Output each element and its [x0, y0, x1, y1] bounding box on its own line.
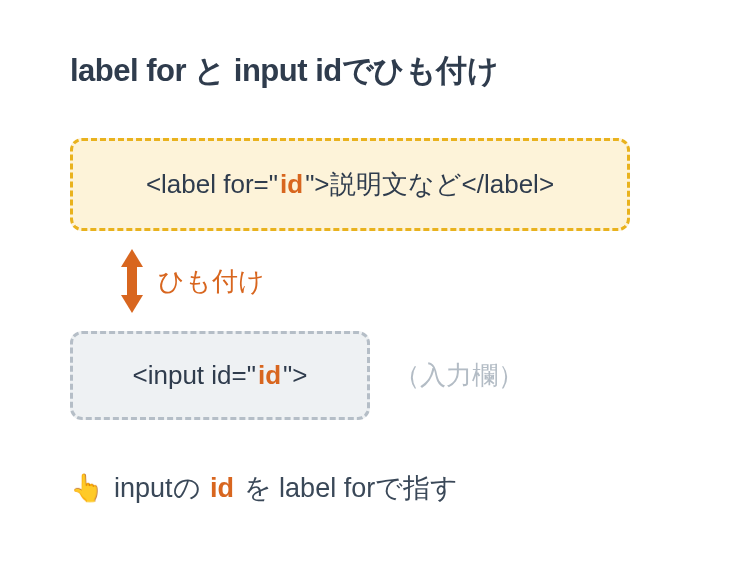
- footer-id-highlight: id: [210, 473, 234, 503]
- footer-caption: 👆 inputの id を label forで指す: [70, 470, 661, 506]
- input-id-highlight: id: [258, 360, 281, 391]
- double-arrow-icon: [120, 249, 144, 313]
- svg-marker-2: [121, 295, 143, 313]
- link-label: ひも付け: [158, 264, 265, 299]
- label-id-highlight: id: [280, 169, 303, 200]
- label-open-tag-prefix: <label for=": [146, 169, 278, 200]
- svg-marker-0: [121, 249, 143, 267]
- label-inner-text: 説明文など: [330, 167, 462, 202]
- footer-before-id: inputの: [114, 473, 201, 503]
- link-row: ひも付け: [120, 249, 661, 313]
- label-open-tag-suffix: ">: [305, 169, 329, 200]
- diagram-canvas: label for と input idでひも付け <label for="id…: [0, 0, 731, 568]
- label-close-tag: </label>: [462, 169, 555, 200]
- input-placeholder-note: （入力欄）: [394, 358, 524, 393]
- input-tag-prefix: <input id=": [133, 360, 256, 391]
- label-element-box: <label for="id">説明文など</label>: [70, 138, 630, 231]
- pointing-up-icon: 👆: [70, 472, 104, 504]
- footer-text: inputの id を label forで指す: [114, 470, 458, 506]
- input-row: <input id="id"> （入力欄）: [70, 331, 661, 420]
- diagram-heading: label for と input idでひも付け: [70, 50, 661, 92]
- footer-after-id: を label forで指す: [244, 473, 459, 503]
- svg-rect-1: [127, 265, 137, 297]
- input-element-box: <input id="id">: [70, 331, 370, 420]
- input-tag-suffix: ">: [283, 360, 307, 391]
